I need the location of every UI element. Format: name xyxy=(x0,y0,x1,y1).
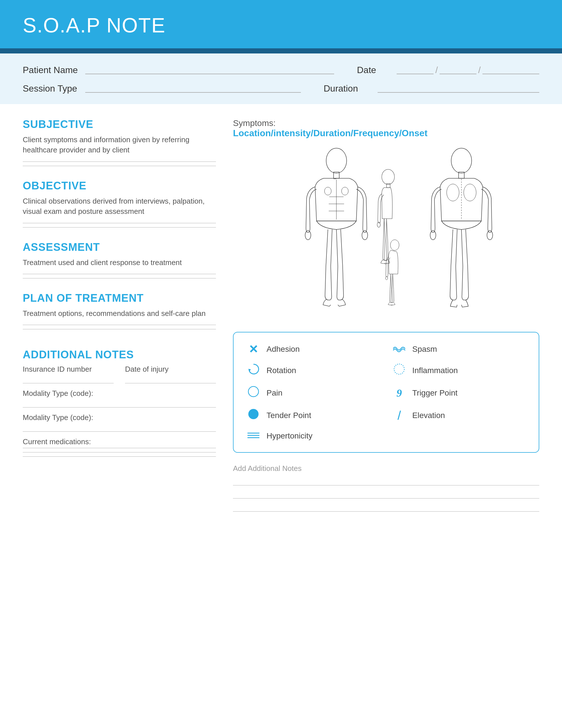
insurance-injury-row: Insurance ID number Date of injury xyxy=(23,365,216,383)
duration-field[interactable] xyxy=(377,85,539,93)
legend-item-pain: Pain xyxy=(246,385,380,401)
notes-line-2[interactable] xyxy=(233,491,539,499)
additional-notes-section: ADDITIONAL NOTES Insurance ID number Dat… xyxy=(23,349,216,462)
modality-2-group: Modality Type (code): xyxy=(23,413,216,432)
adhesion-icon: ✕ xyxy=(246,343,261,356)
legend-item-trigger-point: 9 Trigger Point xyxy=(392,385,526,401)
objective-desc: Clinical observations derived from inter… xyxy=(23,196,216,217)
patient-name-field[interactable] xyxy=(85,66,334,74)
inflammation-icon xyxy=(392,363,406,378)
additional-notes-heading: ADDITIONAL NOTES xyxy=(23,349,216,361)
elevation-label: Elevation xyxy=(412,411,445,420)
hypertonicity-label: Hypertonicity xyxy=(267,431,312,440)
subjective-section: SUBJECTIVE Client symptoms and informati… xyxy=(23,118,216,177)
assessment-heading: ASSESSMENT xyxy=(23,241,216,253)
side-figure-small xyxy=(377,169,395,264)
modality-1-field[interactable] xyxy=(23,400,216,408)
page-title: S.O.A.P NOTE xyxy=(23,14,539,37)
objective-section: OBJECTIVE Clinical observations derived … xyxy=(23,180,216,238)
date-month-field[interactable] xyxy=(397,66,433,74)
legend-item-inflammation: Inflammation xyxy=(392,363,526,378)
patient-name-label: Patient Name xyxy=(23,65,85,75)
patient-name-row: Patient Name Date / / xyxy=(23,65,539,75)
rotation-icon xyxy=(246,363,261,378)
svg-point-25 xyxy=(248,386,259,397)
rotation-label: Rotation xyxy=(267,366,296,375)
header-stripe xyxy=(0,48,562,53)
back-figure-large xyxy=(430,148,493,307)
duration-group: Duration xyxy=(323,83,539,94)
pain-label: Pain xyxy=(267,388,282,398)
subjective-line-2[interactable] xyxy=(23,166,216,166)
assessment-desc: Treatment used and client response to tr… xyxy=(23,257,216,268)
symptoms-subtitle: Location/intensity/Duration/Frequency/On… xyxy=(233,128,539,138)
assessment-line-2[interactable] xyxy=(23,278,216,278)
current-meds-line-3[interactable] xyxy=(23,456,216,457)
date-slash-1: / xyxy=(433,65,439,75)
notes-line-1[interactable] xyxy=(233,477,539,485)
insurance-id-field[interactable] xyxy=(23,375,114,383)
svg-point-17 xyxy=(447,184,459,201)
elevation-icon: / xyxy=(392,408,406,423)
date-of-injury-group: Date of injury xyxy=(125,365,216,383)
modality-2-label: Modality Type (code): xyxy=(23,413,216,422)
session-type-row: Session Type Duration xyxy=(23,83,539,94)
left-column: SUBJECTIVE Client symptoms and informati… xyxy=(23,118,216,517)
tender-point-icon xyxy=(246,408,261,423)
svg-point-9 xyxy=(305,231,311,240)
right-column: Symptoms: Location/intensity/Duration/Fr… xyxy=(233,118,539,517)
svg-point-24 xyxy=(394,364,404,374)
legend-item-tender-point: Tender Point xyxy=(246,408,380,423)
svg-point-20 xyxy=(487,231,493,240)
body-diagram xyxy=(233,144,539,320)
add-notes-section: Add Additional Notes xyxy=(233,464,539,517)
date-slash-2: / xyxy=(476,65,482,75)
hypertonicity-icon xyxy=(246,430,261,442)
current-meds-label: Current medications: xyxy=(23,437,216,446)
modality-2-field[interactable] xyxy=(23,424,216,432)
objective-line-1[interactable] xyxy=(23,223,216,223)
subjective-desc: Client symptoms and information given by… xyxy=(23,135,216,155)
svg-point-4 xyxy=(341,187,348,195)
legend-item-rotation: Rotation xyxy=(246,363,380,378)
plan-line-2[interactable] xyxy=(23,329,216,329)
duration-label: Duration xyxy=(323,83,377,94)
svg-point-10 xyxy=(362,231,368,240)
legend-item-elevation: / Elevation xyxy=(392,408,526,423)
adhesion-label: Adhesion xyxy=(267,345,300,354)
svg-point-21 xyxy=(390,240,399,250)
session-type-label: Session Type xyxy=(23,83,85,94)
inflammation-label: Inflammation xyxy=(412,366,458,375)
current-meds-group: Current medications: xyxy=(23,437,216,457)
svg-point-3 xyxy=(324,187,331,195)
legend-item-spasm: Spasm xyxy=(392,343,526,356)
insurance-id-label: Insurance ID number xyxy=(23,365,114,374)
svg-point-13 xyxy=(377,222,380,227)
notes-line-3[interactable] xyxy=(233,504,539,512)
date-of-injury-label: Date of injury xyxy=(125,365,216,374)
plan-desc: Treatment options, recommendations and s… xyxy=(23,308,216,319)
plan-line-1[interactable] xyxy=(23,325,216,325)
body-figures-svg xyxy=(275,144,497,320)
spasm-label: Spasm xyxy=(412,345,437,354)
symptoms-label: Symptoms: xyxy=(233,118,539,128)
trigger-point-icon: 9 xyxy=(392,387,406,399)
tender-point-label: Tender Point xyxy=(267,411,311,420)
svg-point-11 xyxy=(382,169,395,184)
svg-point-18 xyxy=(464,184,476,201)
side-figure-small-2 xyxy=(385,240,399,305)
spasm-icon xyxy=(392,343,406,355)
current-meds-line-2[interactable] xyxy=(23,452,216,452)
date-year-field[interactable] xyxy=(482,66,539,74)
current-meds-line-1[interactable] xyxy=(23,448,216,448)
date-day-field[interactable] xyxy=(439,66,476,74)
symptoms-header: Symptoms: Location/intensity/Duration/Fr… xyxy=(233,118,539,144)
assessment-section: ASSESSMENT Treatment used and client res… xyxy=(23,241,216,289)
svg-point-14 xyxy=(451,148,472,173)
legend-box: ✕ Adhesion Spasm Rotation Inflammati xyxy=(233,332,539,453)
svg-point-0 xyxy=(326,148,347,173)
date-of-injury-field[interactable] xyxy=(125,375,216,383)
session-type-field[interactable] xyxy=(85,85,301,93)
front-figure-large xyxy=(305,148,368,306)
plan-heading: PLAN OF TREATMENT xyxy=(23,292,216,304)
